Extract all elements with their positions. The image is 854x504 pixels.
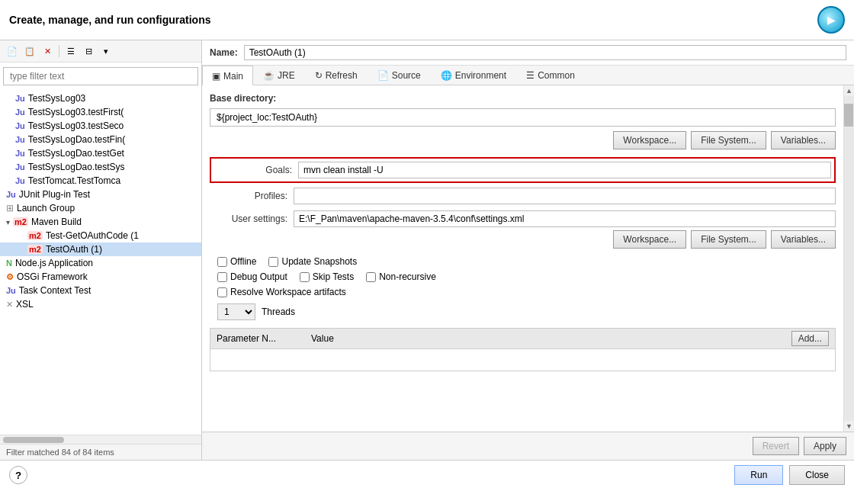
offline-checkbox[interactable]: Offline (217, 256, 256, 267)
m2-icon: m2 (27, 245, 43, 254)
tree-item-label: TestSysLogDao.testFin( (28, 134, 125, 145)
tree-item-task-context[interactable]: Ju Task Context Test (0, 284, 201, 297)
goals-input[interactable] (298, 162, 831, 178)
tab-main[interactable]: ▣ Main (202, 66, 253, 85)
tab-jre[interactable]: ☕ JRE (253, 66, 305, 85)
resolve-workspace-checkbox[interactable]: Resolve Workspace artifacts (217, 287, 346, 297)
ju-icon: Ju (6, 190, 16, 199)
tab-environment[interactable]: 🌐 Environment (431, 66, 516, 85)
variables-btn-2[interactable]: Variables... (771, 230, 836, 249)
non-recursive-input[interactable] (366, 272, 376, 282)
base-dir-input[interactable] (210, 108, 836, 127)
params-col-name: Parameter N... (217, 333, 308, 344)
checkbox-row-1: Offline Update Snapshots (217, 256, 836, 267)
tree-item-testsyslogdao-testget[interactable]: Ju TestSysLogDao.testGet (0, 146, 201, 160)
scroll-knob[interactable] (844, 104, 853, 127)
xsl-icon: ✕ (6, 300, 13, 310)
profiles-row: Profiles: (210, 188, 836, 204)
threads-select[interactable]: 1 2 4 8 (217, 303, 255, 320)
tree-item-label: TestSysLog03 (28, 93, 85, 104)
tab-source[interactable]: 📄 Source (368, 66, 431, 85)
non-recursive-checkbox[interactable]: Non-recursive (366, 271, 436, 282)
tree-item-testtomcat[interactable]: Ju TestTomcat.TestTomca (0, 174, 201, 188)
collapse-all-button[interactable]: ⊟ (81, 43, 96, 59)
tree-item-testsyslog03-testseco[interactable]: Ju TestSysLog03.testSeco (0, 119, 201, 133)
tree-item-junit-plugin[interactable]: Ju JUnit Plug-in Test (0, 188, 201, 201)
add-param-button[interactable]: Add... (791, 331, 829, 346)
filter-input[interactable] (3, 67, 198, 85)
workspace-btn-1[interactable]: Workspace... (613, 131, 686, 149)
ju-icon: Ju (15, 108, 25, 117)
resolve-workspace-input[interactable] (217, 287, 227, 297)
tree-item-testoauth[interactable]: m2 TestOAuth (1) (0, 242, 201, 256)
ju-icon: Ju (15, 121, 25, 130)
debug-output-checkbox[interactable]: Debug Output (217, 271, 287, 282)
checkbox-area: Offline Update Snapshots Debug Output (210, 256, 836, 297)
refresh-tab-label: Refresh (326, 70, 358, 81)
tree-item-maven-build[interactable]: ▾ m2 Maven Build (0, 215, 201, 229)
scroll-track[interactable] (844, 96, 854, 421)
offline-input[interactable] (217, 257, 227, 267)
tab-common[interactable]: ☰ Common (516, 66, 585, 85)
tree-item-testsyslog03[interactable]: Ju TestSysLog03 (0, 91, 201, 105)
scroll-up-arrow[interactable]: ▲ (846, 87, 852, 95)
node-icon: N (6, 258, 12, 268)
left-toolbar: 📄 📋 ✕ ☰ ⊟ ▾ (0, 40, 201, 63)
new-config-button[interactable]: 📄 (5, 43, 20, 59)
run-icon-button[interactable]: ▶ (817, 6, 845, 34)
dropdown-button[interactable]: ▾ (98, 43, 114, 59)
workspace-btn-2[interactable]: Workspace... (613, 230, 686, 249)
delete-config-button[interactable]: ✕ (40, 43, 55, 59)
m2-icon: m2 (27, 231, 43, 240)
debug-output-input[interactable] (217, 272, 227, 282)
jre-tab-label: JRE (278, 70, 295, 81)
tree-item-osgi[interactable]: ⚙ OSGi Framework (0, 270, 201, 284)
ju-icon: Ju (15, 94, 25, 103)
apply-button[interactable]: Apply (804, 437, 846, 455)
skip-tests-input[interactable] (300, 272, 310, 282)
run-button[interactable]: Run (734, 465, 783, 485)
user-settings-input[interactable] (294, 210, 836, 227)
close-button[interactable]: Close (789, 465, 845, 485)
profiles-input[interactable] (294, 188, 836, 204)
tree-item-label: TestSysLog03.testSeco (28, 120, 124, 131)
filesystem-btn-1[interactable]: File System... (691, 131, 766, 149)
tree-item-label: Launch Group (17, 203, 75, 213)
tab-refresh[interactable]: ↻ Refresh (305, 66, 368, 85)
tree-item-label: OSGi Framework (17, 271, 88, 282)
filter-button[interactable]: ☰ (63, 43, 79, 59)
checkbox-row-3: Resolve Workspace artifacts (217, 287, 836, 297)
profiles-label: Profiles: (210, 191, 294, 201)
scroll-down-arrow[interactable]: ▼ (846, 422, 852, 430)
variables-btn-1[interactable]: Variables... (771, 131, 836, 149)
help-button[interactable]: ? (9, 466, 27, 484)
revert-button[interactable]: Revert (753, 437, 799, 455)
scroll-thumb[interactable] (3, 437, 64, 443)
tree-item-label: Maven Build (31, 217, 82, 227)
tree-item-label: TestTomcat.TestTomca (28, 175, 120, 186)
user-settings-row: User settings: (210, 210, 836, 227)
tree-item-nodejs[interactable]: N Node.js Application (0, 256, 201, 270)
skip-tests-checkbox[interactable]: Skip Tests (300, 271, 354, 282)
filesystem-btn-2[interactable]: File System... (691, 230, 766, 249)
expand-arrow-icon: ▾ (6, 218, 10, 226)
horizontal-scrollbar[interactable] (0, 435, 201, 444)
refresh-tab-icon: ↻ (315, 70, 323, 81)
copy-config-button[interactable]: 📋 (22, 43, 37, 59)
tree-item-testsyslog03-testfirst[interactable]: Ju TestSysLog03.testFirst( (0, 105, 201, 119)
m2-icon: m2 (13, 217, 28, 226)
right-scrollbar[interactable]: ▲ ▼ (843, 85, 854, 432)
update-snapshots-input[interactable] (268, 257, 278, 267)
tree-item-launch-group[interactable]: ⊞ Launch Group (0, 201, 201, 215)
tree-item-test-getoauthcode[interactable]: m2 Test-GetOAuthCode (1 (0, 229, 201, 242)
params-header-row: Parameter N... Value Add... (210, 328, 836, 348)
filter-area (0, 63, 201, 90)
tree-item-testsyslogdao-testfin[interactable]: Ju TestSysLogDao.testFin( (0, 133, 201, 146)
name-input[interactable] (244, 45, 846, 60)
tree-item-xsl[interactable]: ✕ XSL (0, 297, 201, 311)
tree-item-label: XSL (16, 299, 34, 310)
tree-item-testsyslogdao-testsys[interactable]: Ju TestSysLogDao.testSys (0, 160, 201, 174)
osgi-icon: ⚙ (6, 272, 14, 282)
update-snapshots-checkbox[interactable]: Update Snapshots (268, 256, 357, 267)
source-tab-icon: 📄 (377, 70, 389, 81)
